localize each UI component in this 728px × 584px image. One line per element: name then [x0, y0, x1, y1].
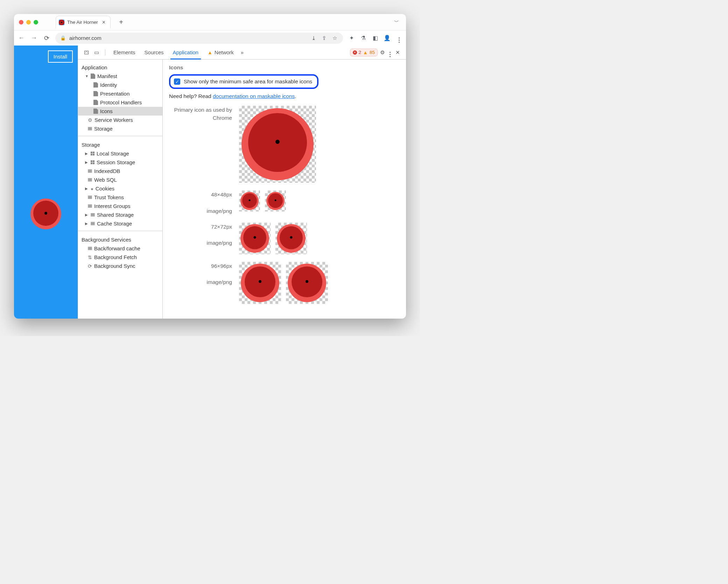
svg-point-14 [254, 236, 256, 238]
close-devtools-icon[interactable]: ✕ [393, 49, 402, 56]
svg-point-8 [249, 200, 251, 201]
database-icon [88, 196, 92, 199]
address-bar[interactable]: 🔒 airhorner.com ⤓ ⇪ ☆ [55, 33, 343, 44]
section-background-services: Background Services [78, 234, 162, 244]
sidebar-item-trust-tokens[interactable]: Trust Tokens [78, 193, 162, 202]
issues-badge[interactable]: ✕2 ▲85 [350, 49, 378, 56]
cookie-icon [91, 186, 93, 192]
database-icon [88, 169, 92, 173]
inspect-icon[interactable]: ⮹ [82, 49, 92, 55]
svg-point-20 [259, 280, 261, 283]
lock-icon[interactable]: 🔒 [60, 35, 66, 41]
icon-preview [265, 190, 286, 211]
svg-point-2 [44, 212, 47, 215]
forward-button[interactable]: → [30, 34, 38, 42]
bookmark-icon[interactable]: ☆ [331, 35, 338, 41]
install-app-icon[interactable]: ⤓ [310, 35, 317, 41]
reload-button[interactable]: ⟳ [43, 34, 50, 42]
device-toggle-icon[interactable]: ▭ [92, 49, 102, 56]
help-link[interactable]: documentation on maskable icons [213, 93, 295, 99]
sidebar-item-indexeddb[interactable]: IndexedDB [78, 167, 162, 175]
favicon-icon [59, 20, 64, 25]
titlebar: The Air Horner × + ﹀ [14, 14, 406, 30]
icon-preview [239, 223, 271, 254]
url-text: airhorner.com [69, 35, 102, 41]
browser-window: The Air Horner × + ﹀ ← → ⟳ 🔒 airhorner.c… [14, 14, 406, 319]
sync-icon [88, 263, 92, 269]
sidebar-item-cookies[interactable]: ▶Cookies [78, 184, 162, 193]
storage-icon [88, 127, 92, 131]
sidebar-item-service-workers[interactable]: Service Workers [78, 116, 162, 124]
profile-icon[interactable]: 👤 [384, 35, 391, 41]
file-icon [93, 100, 98, 105]
address-bar-row: ← → ⟳ 🔒 airhorner.com ⤓ ⇪ ☆ ✦ ⚗ ◧ 👤 [14, 30, 406, 46]
tab-title: The Air Horner [67, 20, 98, 25]
devtools-toolbar: ⮹ ▭ Elements Sources Application ▲Networ… [78, 46, 406, 60]
tab-application[interactable]: Application [168, 46, 203, 60]
labs-icon[interactable]: ⚗ [360, 35, 367, 41]
back-button[interactable]: ← [18, 34, 25, 42]
window-controls [19, 20, 38, 25]
icon-preview [275, 223, 307, 254]
webpage: Install [14, 46, 78, 319]
sidebar-item-bgfetch[interactable]: Background Fetch [78, 253, 162, 262]
checkbox-checked-icon[interactable]: ✓ [174, 78, 180, 85]
more-tabs-icon[interactable]: » [238, 49, 246, 55]
svg-point-23 [306, 280, 308, 283]
side-panel-icon[interactable]: ◧ [372, 35, 379, 41]
help-text: Need help? Read documentation on maskabl… [169, 93, 400, 99]
tab-sources[interactable]: Sources [140, 46, 168, 60]
database-icon [88, 178, 92, 182]
file-icon [93, 91, 98, 96]
tab-network[interactable]: ▲Network [203, 46, 238, 60]
maskable-checkbox-row[interactable]: ✓ Show only the minimum safe area for ma… [169, 74, 318, 89]
chrome-menu-icon[interactable] [396, 34, 402, 43]
section-storage: Storage [78, 139, 162, 149]
sidebar-item-shared-storage[interactable]: ▶Shared Storage [78, 210, 162, 219]
sidebar-item-storage[interactable]: Storage [78, 124, 162, 133]
arrows-icon [88, 254, 92, 260]
svg-point-5 [275, 140, 280, 144]
icon-row-96: 96×96pximage/png [169, 262, 400, 304]
warning-icon: ▲ [208, 50, 212, 55]
close-tab-icon[interactable]: × [101, 19, 107, 26]
sidebar-item-protocol-handlers[interactable]: Protocol Handlers [78, 98, 162, 107]
file-icon [91, 74, 95, 79]
database-icon [91, 222, 95, 225]
sidebar-item-bgsync[interactable]: Background Sync [78, 262, 162, 270]
airhorn-graphic[interactable] [30, 198, 62, 230]
sidebar-item-interest-groups[interactable]: Interest Groups [78, 202, 162, 210]
close-window-icon[interactable] [19, 20, 23, 25]
tab-elements[interactable]: Elements [109, 46, 140, 60]
sidebar-item-cache-storage[interactable]: ▶Cache Storage [78, 219, 162, 228]
devtools-main: Icons ✓ Show only the minimum safe area … [163, 60, 406, 319]
extensions-icon[interactable]: ✦ [348, 35, 355, 41]
sidebar-item-bfcache[interactable]: Back/forward cache [78, 244, 162, 253]
devtools-menu-icon[interactable] [387, 48, 393, 57]
browser-tab[interactable]: The Air Horner × [56, 16, 111, 28]
sidebar-item-session-storage[interactable]: ▶Session Storage [78, 158, 162, 167]
file-icon [93, 82, 98, 88]
svg-point-11 [275, 200, 276, 201]
icon-row-72: 72×72pximage/png [169, 223, 400, 254]
sidebar-item-websql[interactable]: Web SQL [78, 175, 162, 184]
svg-point-17 [290, 236, 293, 238]
warning-icon: ▲ [363, 50, 368, 55]
sidebar-item-identity[interactable]: Identity [78, 81, 162, 89]
primary-icon-row: Primary icon as used byChrome [169, 106, 400, 183]
tab-list-button[interactable]: ﹀ [392, 19, 401, 25]
new-tab-button[interactable]: + [116, 17, 126, 27]
install-button[interactable]: Install [48, 50, 73, 63]
sidebar-item-local-storage[interactable]: ▶Local Storage [78, 149, 162, 158]
sidebar-item-manifest[interactable]: ▼Manifest [78, 72, 162, 81]
icon-preview [239, 190, 260, 211]
minimize-window-icon[interactable] [26, 20, 31, 25]
settings-icon[interactable]: ⚙ [378, 49, 387, 56]
sidebar-item-icons[interactable]: Icons [78, 107, 162, 116]
gear-icon [88, 117, 92, 123]
devtools: ⮹ ▭ Elements Sources Application ▲Networ… [78, 46, 406, 319]
sidebar-item-presentation[interactable]: Presentation [78, 89, 162, 98]
icon-preview [239, 262, 281, 304]
maximize-window-icon[interactable] [34, 20, 38, 25]
share-icon[interactable]: ⇪ [321, 35, 328, 41]
